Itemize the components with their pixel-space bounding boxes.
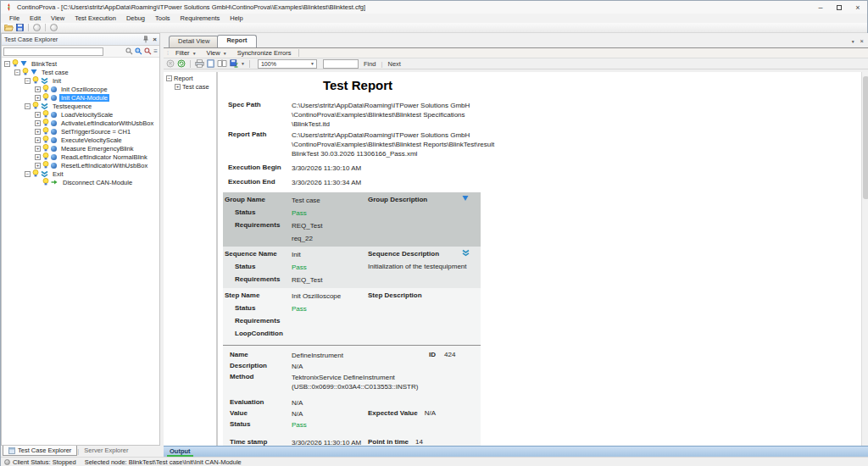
scrollbar-thumb[interactable] bbox=[863, 76, 868, 199]
tree-item[interactable]: +ResetLeftIndicatorWithUsbBox bbox=[2, 161, 159, 169]
chevrons-icon[interactable] bbox=[462, 249, 470, 258]
expand-plus-icon[interactable]: + bbox=[35, 86, 41, 92]
report-info-value: C:\Users\stritz\AppData\Roaming\ITPower … bbox=[292, 130, 498, 158]
vertical-scrollbar[interactable] bbox=[861, 72, 868, 446]
tree-item[interactable]: Disconnect CAN-Module bbox=[2, 178, 159, 186]
tab-detail-view[interactable]: Detail View bbox=[169, 36, 219, 47]
menu-item-test-execution[interactable]: Test Execution bbox=[70, 14, 121, 22]
export-dropdown-icon[interactable]: ▼ bbox=[241, 61, 245, 66]
sphere-icon bbox=[51, 154, 57, 160]
triangle-icon[interactable] bbox=[462, 195, 469, 203]
tree-item[interactable]: +LoadVelocityScale bbox=[2, 110, 159, 119]
expand-plus-icon[interactable]: + bbox=[35, 129, 41, 135]
page-layout-icon[interactable] bbox=[207, 59, 214, 68]
docmap-item[interactable]: −Report bbox=[166, 74, 216, 82]
lightbulb-icon bbox=[32, 102, 39, 111]
find-all-icon[interactable] bbox=[135, 47, 142, 55]
tree-item[interactable]: +Init CAN-Module bbox=[2, 93, 159, 102]
find-next-button[interactable]: Next bbox=[386, 60, 403, 68]
tree-item[interactable]: +SetTriggerSource = CH1 bbox=[2, 127, 159, 136]
explorer-bottom-tabs: Test Case Explorer|Server Explorer bbox=[1, 446, 160, 457]
chevrons-icon bbox=[41, 77, 48, 85]
run-icon[interactable] bbox=[33, 24, 41, 31]
stop-icon[interactable] bbox=[166, 59, 175, 68]
expand-plus-icon[interactable]: + bbox=[35, 163, 41, 169]
tree-item[interactable]: −Test case bbox=[2, 68, 159, 76]
minimize-button[interactable]: – bbox=[811, 2, 830, 14]
tree-item[interactable]: +Measure EmergencyBlink bbox=[2, 144, 159, 153]
tree-item[interactable]: −Testsequence bbox=[2, 102, 159, 110]
print-icon[interactable] bbox=[195, 59, 204, 68]
restore-button[interactable] bbox=[830, 2, 849, 14]
tree-item[interactable]: +ReadLeftIndicator NormalBlink bbox=[2, 153, 159, 161]
report-info-label: Report Path bbox=[228, 130, 266, 138]
page-setup-icon[interactable] bbox=[217, 59, 227, 68]
app-icon bbox=[5, 3, 13, 11]
pin-icon[interactable] bbox=[142, 36, 149, 43]
output-bar[interactable]: Output bbox=[164, 446, 868, 457]
clear-find-icon[interactable] bbox=[144, 47, 152, 55]
expand-minus-icon[interactable]: − bbox=[4, 61, 10, 67]
expand-minus-icon[interactable]: − bbox=[25, 103, 31, 109]
chevrons-icon bbox=[462, 249, 470, 257]
report-row: StatusPassInitialization of the testequi… bbox=[223, 261, 481, 274]
docmap-item[interactable]: +Test case bbox=[166, 82, 216, 91]
open-file-icon[interactable] bbox=[4, 24, 14, 31]
report-filter-bar: ⁞Filter▼View▼Synchronize Errors bbox=[164, 48, 868, 58]
expand-plus-icon[interactable]: + bbox=[35, 137, 41, 143]
report-title: Test Report bbox=[218, 78, 498, 92]
expand-plus-icon[interactable]: + bbox=[35, 112, 41, 118]
expand-plus-icon[interactable]: + bbox=[35, 120, 41, 126]
client-status-icon bbox=[4, 459, 10, 465]
expand-plus-icon[interactable]: + bbox=[35, 154, 41, 160]
search-input[interactable] bbox=[3, 47, 103, 56]
filterbar-filter[interactable]: Filter▼ bbox=[171, 49, 201, 57]
report-row-right: Sequence Description bbox=[368, 250, 439, 258]
expand-minus-icon[interactable]: − bbox=[25, 171, 31, 177]
expand-minus-icon[interactable]: − bbox=[14, 69, 20, 75]
tree-item-label: Exit bbox=[51, 170, 65, 178]
save-icon[interactable] bbox=[16, 24, 24, 31]
menu-item-requirements[interactable]: Requirements bbox=[175, 14, 225, 22]
close-button[interactable]: × bbox=[849, 2, 867, 14]
expand-minus-icon[interactable]: − bbox=[25, 78, 31, 84]
output-tab[interactable]: Output bbox=[167, 447, 193, 457]
filterbar-synchronize-errors[interactable]: Synchronize Errors bbox=[233, 49, 296, 57]
record-icon[interactable] bbox=[50, 24, 58, 31]
tree-item[interactable]: −BlinkTest bbox=[2, 59, 159, 68]
zoom-combobox[interactable]: 100% ▼ bbox=[258, 59, 317, 69]
search-options-icon[interactable]: ≡ bbox=[153, 47, 158, 55]
tree-item[interactable]: +ExecuteVelocityScale bbox=[2, 136, 159, 144]
filterbar-view[interactable]: View▼ bbox=[203, 49, 231, 57]
close-panel-icon[interactable]: × bbox=[153, 36, 157, 43]
tree-item[interactable]: −Exit bbox=[2, 169, 159, 178]
find-icon[interactable] bbox=[125, 47, 133, 55]
menu-item-view[interactable]: View bbox=[46, 14, 70, 22]
expand-plus-icon[interactable]: + bbox=[35, 95, 41, 101]
menu-item-edit[interactable]: Edit bbox=[25, 14, 46, 22]
toolbar-separator bbox=[28, 24, 29, 31]
report-row-value: REQ_Test bbox=[292, 275, 322, 285]
tree-item[interactable]: +ActivateLeftIndicatorWithUsbBox bbox=[2, 119, 159, 127]
expand-minus-icon[interactable]: − bbox=[166, 75, 172, 81]
find-input[interactable] bbox=[323, 59, 359, 69]
chevrons-icon bbox=[41, 170, 48, 178]
app-window: ContinoProva - [C:\Users\stritz\AppData\… bbox=[0, 0, 868, 466]
find-button[interactable]: Find bbox=[361, 60, 379, 68]
menu-item-file[interactable]: File bbox=[4, 14, 25, 22]
expand-plus-icon[interactable]: + bbox=[175, 84, 181, 90]
menu-item-debug[interactable]: Debug bbox=[121, 14, 150, 22]
export-icon[interactable] bbox=[230, 59, 238, 68]
tree-item[interactable]: −Init bbox=[2, 76, 159, 85]
tab-list-dropdown-icon[interactable]: ▼ bbox=[851, 39, 855, 44]
menu-item-tools[interactable]: Tools bbox=[150, 14, 175, 22]
bottom-tab-test-case-explorer[interactable]: Test Case Explorer bbox=[3, 446, 77, 456]
report-row-right: Point in time14 bbox=[368, 438, 423, 446]
refresh-icon[interactable] bbox=[177, 59, 186, 68]
menu-item-help[interactable]: Help bbox=[225, 14, 248, 22]
expand-plus-icon[interactable]: + bbox=[35, 146, 41, 152]
tab-report[interactable]: Report bbox=[217, 35, 256, 47]
close-document-icon[interactable]: × bbox=[860, 37, 864, 45]
tree-item[interactable]: +Init Oszilloscope bbox=[2, 85, 159, 93]
bottom-tab-server-explorer[interactable]: Server Explorer bbox=[79, 446, 133, 455]
